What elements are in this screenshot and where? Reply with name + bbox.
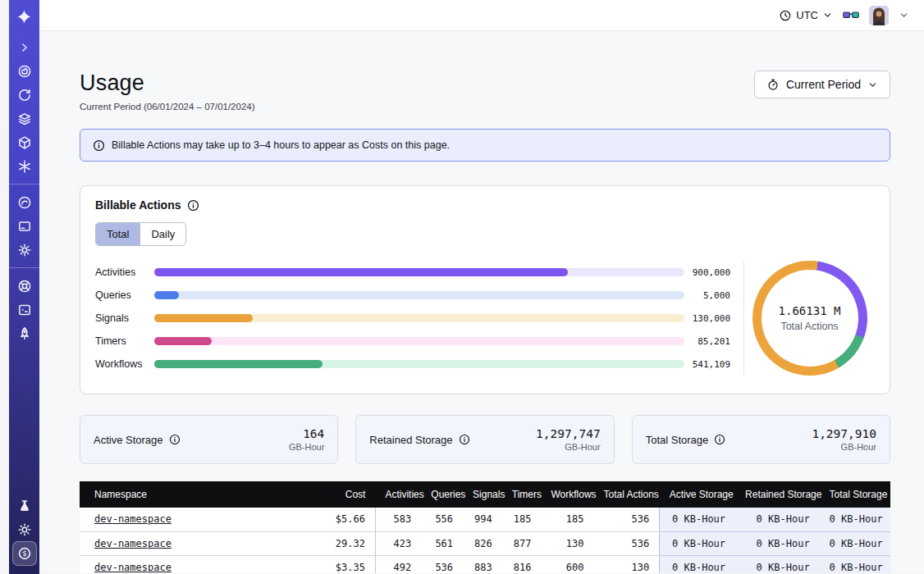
info-icon[interactable] bbox=[714, 434, 725, 445]
col-signals: Signals bbox=[463, 481, 502, 508]
bar-fill bbox=[154, 314, 253, 322]
billing-card-icon[interactable] bbox=[12, 214, 36, 238]
history-icon[interactable] bbox=[12, 83, 36, 107]
cell-timers: 877 bbox=[502, 531, 542, 555]
tab-daily[interactable]: Daily bbox=[140, 223, 185, 245]
bar-track bbox=[154, 314, 684, 322]
total-actions-donut-area: 1.66131 M Total Actions bbox=[743, 261, 875, 376]
bar-row-queries: Queries 5,000 bbox=[95, 290, 730, 301]
namespace-link[interactable]: dev-namespace bbox=[94, 562, 172, 573]
cell-workflows: 600 bbox=[542, 555, 594, 573]
bar-row-activities: Activities 900,000 bbox=[95, 267, 730, 278]
cell-total-storage: 0 KB-Hour bbox=[820, 555, 890, 573]
cell-active-storage: 0 KB-Hour bbox=[660, 531, 735, 555]
col-cost: Cost bbox=[288, 481, 376, 508]
cube-icon[interactable] bbox=[12, 130, 36, 154]
total-actions-label: Total Actions bbox=[780, 321, 838, 332]
cell-queries: 561 bbox=[421, 531, 463, 555]
stat-value: 164 bbox=[289, 427, 324, 440]
cell-active-storage: 0 KB-Hour bbox=[660, 555, 735, 573]
total-daily-toggle: Total Daily bbox=[95, 222, 186, 246]
cell-activities: 423 bbox=[375, 531, 421, 555]
stat-label: Total Storage bbox=[646, 434, 709, 446]
timezone-label: UTC bbox=[796, 9, 818, 21]
bar-value: 541,109 bbox=[691, 359, 730, 370]
timezone-selector[interactable]: UTC bbox=[779, 9, 833, 22]
support-lifebuoy-icon[interactable] bbox=[12, 274, 36, 298]
col-namespace: Namespace bbox=[80, 481, 288, 508]
billable-actions-title: Billable Actions bbox=[95, 198, 181, 212]
col-workflows: Workflows bbox=[542, 481, 594, 508]
stat-value: 1,297,747 bbox=[536, 427, 601, 440]
nexus-asterisk-icon[interactable] bbox=[12, 154, 36, 178]
temporal-logo[interactable] bbox=[12, 5, 36, 29]
cell-retained-storage: 0 KB-Hour bbox=[735, 508, 820, 531]
namespace-link[interactable]: dev-namespace bbox=[94, 513, 172, 525]
clock-icon bbox=[779, 9, 792, 22]
theme-sun-icon[interactable] bbox=[12, 517, 36, 541]
chevron-down-icon bbox=[867, 80, 878, 90]
3d-glasses-button[interactable] bbox=[843, 10, 859, 21]
chevron-right-icon[interactable] bbox=[12, 35, 36, 59]
col-activities: Activities bbox=[375, 481, 421, 508]
namespace-link[interactable]: dev-namespace bbox=[94, 538, 172, 549]
top-bar: UTC bbox=[39, 0, 924, 31]
table-header-row: Namespace Cost Activities Queries Signal… bbox=[80, 481, 890, 508]
bar-label: Queries bbox=[95, 289, 148, 301]
table-row: dev-namespace $3.35 492 536 883 816 600 … bbox=[80, 555, 890, 573]
info-icon[interactable] bbox=[169, 434, 181, 445]
cell-total-actions: 536 bbox=[593, 531, 659, 555]
bar-label: Timers bbox=[95, 335, 148, 347]
svg-text:$: $ bbox=[22, 549, 26, 558]
table-row: dev-namespace 29.32 423 561 826 877 130 … bbox=[80, 531, 890, 555]
bar-fill bbox=[154, 360, 322, 368]
cell-workflows: 185 bbox=[542, 508, 594, 531]
stat-unit: GB-Hour bbox=[536, 442, 601, 452]
col-queries: Queries bbox=[421, 481, 463, 508]
terminal-icon[interactable] bbox=[12, 298, 36, 321]
chevron-down-icon bbox=[822, 10, 833, 20]
bar-row-signals: Signals 130,000 bbox=[95, 313, 730, 324]
user-avatar[interactable] bbox=[869, 6, 889, 25]
bar-track bbox=[154, 360, 684, 368]
window-gutter bbox=[0, 0, 9, 574]
info-icon[interactable] bbox=[459, 434, 470, 445]
banner-text: Billable Actions may take up to 3–4 hour… bbox=[112, 139, 450, 151]
cell-activities: 492 bbox=[375, 555, 421, 573]
cell-total-actions: 130 bbox=[593, 555, 659, 573]
cell-signals: 883 bbox=[463, 555, 502, 573]
stat-label: Active Storage bbox=[94, 434, 163, 446]
labs-flask-icon[interactable] bbox=[12, 494, 36, 517]
col-retained-storage: Retained Storage bbox=[735, 481, 820, 508]
tab-total[interactable]: Total bbox=[96, 223, 140, 245]
col-total-actions: Total Actions bbox=[593, 481, 659, 508]
usage-dollar-icon[interactable]: $ bbox=[12, 541, 37, 566]
bar-row-workflows: Workflows 541,109 bbox=[95, 359, 730, 370]
account-menu-chevron-icon[interactable] bbox=[899, 10, 909, 20]
bar-track bbox=[154, 268, 684, 276]
rocket-icon[interactable] bbox=[12, 321, 36, 345]
settings-gear-icon[interactable] bbox=[12, 238, 36, 262]
bar-value: 5,000 bbox=[691, 290, 730, 301]
cell-queries: 536 bbox=[421, 555, 463, 573]
page-content: Usage Current Period (06/01/2024 – 07/01… bbox=[39, 31, 924, 573]
cell-active-storage: 0 KB-Hour bbox=[660, 508, 735, 531]
namespaces-icon[interactable] bbox=[12, 59, 36, 83]
current-period-dropdown[interactable]: Current Period bbox=[754, 71, 890, 98]
cell-workflows: 130 bbox=[542, 531, 594, 555]
page-title: Usage bbox=[80, 71, 255, 96]
sidebar-divider bbox=[9, 267, 39, 268]
page-subtitle: Current Period (06/01/2024 – 07/01/2024) bbox=[80, 102, 255, 112]
bar-value: 85,201 bbox=[691, 336, 730, 347]
cell-total-actions: 536 bbox=[593, 508, 659, 531]
bar-value: 130,000 bbox=[691, 313, 730, 324]
cell-total-storage: 0 KB-Hour bbox=[820, 508, 890, 531]
usage-gauge-icon[interactable] bbox=[12, 190, 36, 214]
info-icon bbox=[93, 139, 105, 152]
cell-queries: 556 bbox=[421, 508, 463, 531]
sidebar-divider bbox=[9, 184, 39, 184]
stat-value: 1,297,910 bbox=[812, 427, 876, 440]
layers-icon[interactable] bbox=[12, 107, 36, 130]
info-icon[interactable] bbox=[187, 199, 199, 212]
bar-track bbox=[154, 337, 684, 345]
